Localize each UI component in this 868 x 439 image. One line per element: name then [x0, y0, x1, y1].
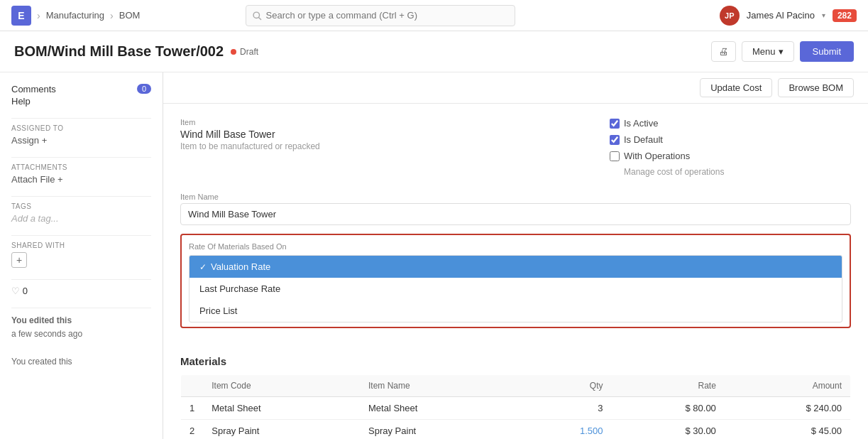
- form-row-1: Item Wind Mill Base Tower Item to be man…: [180, 118, 851, 183]
- status-badge: Draft: [231, 47, 258, 57]
- notification-badge[interactable]: 282: [833, 9, 857, 22]
- breadcrumb-sep1: ›: [37, 10, 40, 21]
- row-1-item-code[interactable]: Metal Sheet: [203, 397, 360, 420]
- shared-label: SHARED WITH: [11, 242, 151, 249]
- breadcrumb-sep2: ›: [110, 10, 114, 21]
- likes-count: 0: [23, 286, 28, 296]
- row-2-item-name: Spray Paint: [360, 420, 517, 440]
- row-2-item-code[interactable]: Spray Paint: [203, 420, 360, 440]
- menu-label: Menu: [752, 46, 776, 57]
- col-num: [181, 375, 204, 397]
- navbar-right: JP James Al Pacino ▾ 282: [720, 6, 857, 26]
- history-edited: You edited this: [11, 315, 72, 325]
- page-title-area: BOM/Wind Mill Base Tower/002 Draft: [14, 43, 258, 60]
- history-created: You created this: [11, 357, 72, 367]
- add-shared-button[interactable]: +: [11, 252, 27, 268]
- browse-bom-button[interactable]: Browse BOM: [778, 78, 854, 97]
- table-header-row: Item Code Item Name Qty Rate Amount: [181, 375, 851, 397]
- sidebar-comments[interactable]: Comments 0: [11, 84, 151, 94]
- divider2: [11, 157, 151, 158]
- col-rate: Rate: [612, 375, 725, 397]
- breadcrumb-bom[interactable]: BOM: [119, 10, 141, 21]
- history-time: a few seconds ago: [11, 329, 82, 339]
- assign-button[interactable]: Assign +: [11, 135, 151, 146]
- status-text: Draft: [240, 47, 258, 57]
- page-actions: 🖨 Menu ▾ Submit: [711, 41, 854, 62]
- sidebar-likes-section: ♡ 0: [11, 286, 151, 296]
- divider4: [11, 235, 151, 236]
- sidebar-tags-section: TAGS Add a tag...: [11, 202, 151, 224]
- dropdown-item-label-1: Valuation Rate: [211, 261, 270, 272]
- tags-label: TAGS: [11, 202, 151, 210]
- brand-logo: E: [11, 6, 31, 26]
- col-qty: Qty: [517, 375, 612, 397]
- menu-button[interactable]: Menu ▾: [742, 41, 794, 62]
- sidebar-assigned-section: ASSIGNED TO Assign +: [11, 124, 151, 146]
- item-col: Item Wind Mill Base Tower Item to be man…: [180, 118, 581, 183]
- is-default-checkbox[interactable]: [610, 135, 620, 145]
- col-item-name: Item Name: [360, 375, 517, 397]
- page-header: BOM/Wind Mill Base Tower/002 Draft 🖨 Men…: [0, 31, 868, 72]
- rate-dropdown-list[interactable]: ✓ Valuation Rate Last Purchase Rate Pric…: [189, 255, 842, 323]
- checkboxes-col: Is Active Is Default With Operations Man…: [610, 118, 851, 183]
- attachments-label: ATTACHMENTS: [11, 163, 151, 171]
- materials-title: Materials: [180, 352, 851, 367]
- item-value: Wind Mill Base Tower: [180, 129, 581, 140]
- rate-dropdown-container: Rate Of Materials Based On ✓ Valuation R…: [180, 234, 851, 328]
- with-operations-row: With Operations: [610, 151, 851, 161]
- content-area: Update Cost Browse BOM Item Wind Mill Ba…: [163, 72, 868, 439]
- content-toolbar: Update Cost Browse BOM: [163, 72, 868, 104]
- table-body: 1 Metal Sheet Metal Sheet 3 $ 80.00 $ 24…: [181, 397, 851, 440]
- item-label: Item: [180, 118, 581, 126]
- check-icon: ✓: [199, 262, 207, 272]
- navbar: E › Manufacturing › BOM JP James Al Paci…: [0, 0, 868, 31]
- dropdown-item-valuation[interactable]: ✓ Valuation Rate: [189, 256, 842, 278]
- dropdown-item-label-2: Last Purchase Rate: [199, 283, 280, 294]
- dropdown-item-last-purchase[interactable]: Last Purchase Rate: [189, 278, 842, 300]
- is-active-checkbox[interactable]: [610, 119, 620, 129]
- row-1-num: 1: [181, 397, 204, 420]
- rate-dropdown-label: Rate Of Materials Based On: [189, 242, 842, 251]
- main-layout: Comments 0 Help ASSIGNED TO Assign + ATT…: [0, 72, 868, 439]
- divider1: [11, 118, 151, 119]
- attach-file-button[interactable]: Attach File +: [11, 174, 151, 185]
- table-header: Item Code Item Name Qty Rate Amount: [181, 375, 851, 397]
- activity-history: You edited this a few seconds ago You cr…: [11, 314, 151, 369]
- with-operations-checkbox[interactable]: [610, 151, 620, 161]
- comments-count: 0: [137, 84, 151, 94]
- user-chevron-icon[interactable]: ▾: [822, 11, 825, 19]
- search-box[interactable]: [246, 5, 515, 26]
- submit-button[interactable]: Submit: [800, 41, 854, 62]
- is-active-row: Is Active: [610, 118, 851, 129]
- print-button[interactable]: 🖨: [711, 41, 736, 62]
- item-name-input[interactable]: [180, 203, 851, 225]
- row-1-amount: $ 240.00: [725, 397, 851, 420]
- divider3: [11, 196, 151, 197]
- divider6: [11, 308, 151, 308]
- comments-label: Comments: [11, 84, 56, 94]
- update-cost-button[interactable]: Update Cost: [700, 78, 772, 97]
- avatar: JP: [720, 6, 740, 26]
- with-operations-label: With Operations: [624, 151, 690, 161]
- heart-icon[interactable]: ♡: [11, 286, 20, 296]
- add-tag-input[interactable]: Add a tag...: [11, 213, 151, 224]
- is-active-label: Is Active: [624, 118, 658, 129]
- username: James Al Pacino: [747, 10, 815, 21]
- sidebar-shared-section: SHARED WITH +: [11, 242, 151, 268]
- row-2-rate: $ 30.00: [612, 420, 725, 440]
- table-row: 1 Metal Sheet Metal Sheet 3 $ 80.00 $ 24…: [181, 397, 851, 420]
- materials-section: Materials Item Code Item Name Qty Rate A…: [163, 352, 868, 439]
- col-item-code: Item Code: [203, 375, 360, 397]
- status-dot: [231, 49, 236, 55]
- sidebar-help[interactable]: Help: [11, 96, 151, 107]
- sidebar-comments-section: Comments 0 Help: [11, 84, 151, 107]
- row-2-num: 2: [181, 420, 204, 440]
- is-default-row: Is Default: [610, 134, 851, 145]
- breadcrumb-manufacturing[interactable]: Manufacturing: [46, 10, 104, 21]
- row-2-amount: $ 45.00: [725, 420, 851, 440]
- dropdown-item-price-list[interactable]: Price List: [189, 300, 842, 322]
- shared-with-area: +: [11, 252, 151, 268]
- col-amount: Amount: [725, 375, 851, 397]
- search-input[interactable]: [266, 10, 509, 21]
- assigned-to-label: ASSIGNED TO: [11, 124, 151, 132]
